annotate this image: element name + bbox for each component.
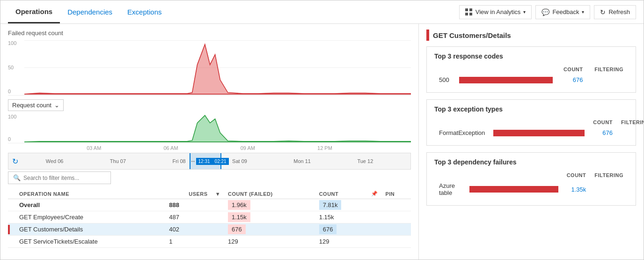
td-op-name-emp: GET Employees/Create [15, 211, 165, 223]
card-exception-types-title: Top 3 exception types [434, 105, 628, 113]
td-df-bar [466, 180, 562, 199]
search-box: 🔍 [8, 171, 111, 184]
search-input[interactable] [23, 175, 106, 181]
th-users: USERS [165, 189, 211, 199]
nav-tabs: Operations Dependencies Exceptions [8, 0, 169, 23]
main-content: Failed request count 100 50 0 [0, 24, 644, 260]
td-df-count: 1.35k [563, 180, 590, 199]
th-df-bar [466, 171, 562, 179]
td-failed-svc: 129 [224, 236, 315, 248]
th-count-failed: COUNT (FAILED) [224, 189, 315, 199]
th-pin: PIN [381, 189, 411, 199]
time-badge-right: 02:21 [212, 158, 229, 165]
refresh-button[interactable]: ↻ Refresh [594, 5, 636, 19]
th-rc-name [435, 66, 454, 73]
card-exception-types: Top 3 exception types COUNT FILTERING Fo… [426, 99, 636, 146]
tab-exceptions[interactable]: Exceptions [120, 0, 169, 23]
analytics-caret-icon: ▾ [523, 9, 526, 15]
chart1-canvas [24, 39, 411, 95]
card-response-codes: Top 3 response codes COUNT FILTERING 500 [426, 46, 636, 93]
nav-bar: Operations Dependencies Exceptions View … [0, 0, 644, 24]
date-range-selection[interactable]: ↔ 12:31 02:21 [190, 153, 222, 169]
dropdown-row: Request count ⌄ [8, 99, 411, 111]
tab-operations[interactable]: Operations [8, 0, 60, 23]
right-panel: GET Customers/Details Top 3 response cod… [419, 24, 644, 260]
card-response-codes-title: Top 3 response codes [434, 52, 628, 60]
td-indicator-overall [8, 199, 15, 211]
chart1-y-labels: 100 50 0 [8, 39, 22, 95]
td-failed-emp: 1.15k [224, 211, 315, 223]
table-row-active[interactable]: GET Customers/Details 402 676 676 [8, 223, 411, 236]
dropdown-caret-icon: ⌄ [54, 102, 59, 109]
td-users-cust: 402 [165, 223, 211, 236]
card-dependency-failures: Top 3 dependency failures COUNT FILTERIN… [426, 152, 636, 206]
feedback-icon: 💬 [542, 8, 549, 16]
td-count-svc: 129 [315, 236, 367, 248]
feedback-caret-icon: ▾ [582, 9, 584, 15]
operations-table: OPERATION NAME USERS ▼ COUNT (FAILED) CO… [8, 189, 411, 248]
td-count-overall: 7.81k [315, 199, 367, 211]
th-rc-count: COUNT [557, 66, 587, 73]
response-codes-table: COUNT FILTERING 500 676 [434, 65, 628, 87]
th-operation-name: OPERATION NAME [15, 189, 165, 199]
td-et-count: 676 [589, 127, 616, 139]
right-section-title: GET Customers/Details [426, 30, 636, 41]
td-et-bar [490, 127, 588, 139]
list-item[interactable]: 500 676 [435, 74, 627, 86]
td-users-svc: 1 [165, 236, 211, 248]
date-range-bar: ↻ Wed 06 Thu 07 Fri 08 Sat 09 Mon 11 Tue… [8, 153, 411, 170]
th-count: COUNT [315, 189, 367, 199]
chart2-svg [24, 113, 411, 143]
search-icon: 🔍 [13, 174, 21, 181]
left-panel: Failed request count 100 50 0 [0, 24, 419, 260]
td-count-emp: 1.15k [315, 211, 367, 223]
td-op-name-svc: GET ServiceTickets/Escalate [15, 236, 165, 248]
date-range-refresh-icon[interactable]: ↻ [12, 157, 18, 166]
td-users-overall: 888 [165, 199, 211, 211]
analytics-button[interactable]: View in Analytics ▾ [459, 5, 532, 19]
list-item[interactable]: Azure table 1.35k [435, 180, 627, 199]
td-op-name-overall: Overall [15, 199, 165, 211]
th-et-name [435, 119, 489, 126]
th-sort[interactable]: ▼ [212, 189, 224, 199]
td-count-cust: 676 [315, 223, 367, 236]
th-rc-filtering: FILTERING [588, 66, 627, 73]
td-df-name: Azure table [435, 180, 465, 199]
th-rc-bar [455, 66, 556, 73]
request-count-dropdown[interactable]: Request count ⌄ [8, 99, 64, 111]
th-df-count: COUNT [563, 171, 590, 179]
th-et-filtering: FILTERING [617, 119, 644, 126]
list-item[interactable]: FormatException 676 [435, 127, 644, 139]
chart2-area: 100 0 [8, 113, 411, 143]
table-row[interactable]: GET Employees/Create 487 1.15k 1.15k [8, 211, 411, 223]
nav-actions: View in Analytics ▾ 💬 Feedback ▾ ↻ Refre… [459, 5, 636, 19]
th-df-name [435, 171, 465, 179]
td-rc-name: 500 [435, 74, 454, 86]
tab-dependencies[interactable]: Dependencies [60, 0, 120, 23]
range-resize-handle[interactable]: ↔ [190, 158, 196, 164]
exception-types-table: COUNT FILTERING FormatException 676 [434, 118, 644, 140]
td-failed-cust: 676 [224, 223, 315, 236]
dependency-failures-table: COUNT FILTERING Azure table 1.35k [434, 171, 628, 200]
chart1-svg [24, 39, 411, 95]
td-rc-bar [455, 74, 556, 86]
time-axis: 03 AM 06 AM 09 AM 12 PM [8, 145, 411, 151]
app-container: Operations Dependencies Exceptions View … [0, 0, 644, 260]
td-indicator-cust [8, 223, 15, 236]
td-failed-overall: 1.96k [224, 199, 315, 211]
td-users-emp: 487 [165, 211, 211, 223]
feedback-button[interactable]: 💬 Feedback ▾ [535, 5, 590, 19]
th-et-count: COUNT [589, 119, 616, 126]
td-indicator-svc [8, 236, 15, 248]
table-row[interactable]: GET ServiceTickets/Escalate 1 129 129 [8, 236, 411, 248]
time-badge-left: 12:31 [196, 158, 212, 165]
th-indicator [8, 189, 15, 199]
td-op-name-cust: GET Customers/Details [15, 223, 165, 236]
table-row[interactable]: Overall 888 1.96k 7.81k [8, 199, 411, 211]
td-indicator-emp [8, 211, 15, 223]
chart1-area: 100 50 0 [8, 39, 411, 96]
th-pin-icon: 📌 [367, 189, 382, 199]
card-dep-failures-title: Top 3 dependency failures [434, 158, 628, 166]
table-header-row: OPERATION NAME USERS ▼ COUNT (FAILED) CO… [8, 189, 411, 199]
grid-icon [465, 8, 473, 16]
